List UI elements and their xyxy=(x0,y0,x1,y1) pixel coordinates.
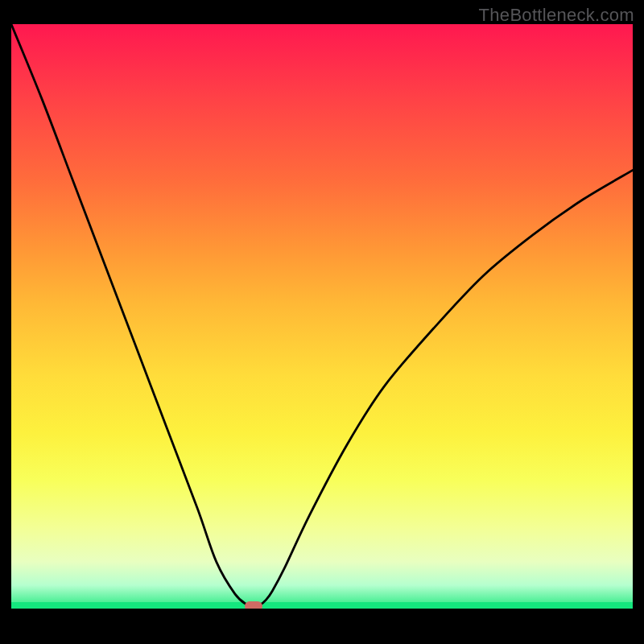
plot-area xyxy=(11,24,633,609)
watermark-text: TheBottleneck.com xyxy=(479,5,634,26)
gradient-background xyxy=(11,24,633,609)
chart-frame xyxy=(11,24,633,633)
axis-baseline xyxy=(11,602,633,609)
minimum-marker xyxy=(245,601,262,609)
